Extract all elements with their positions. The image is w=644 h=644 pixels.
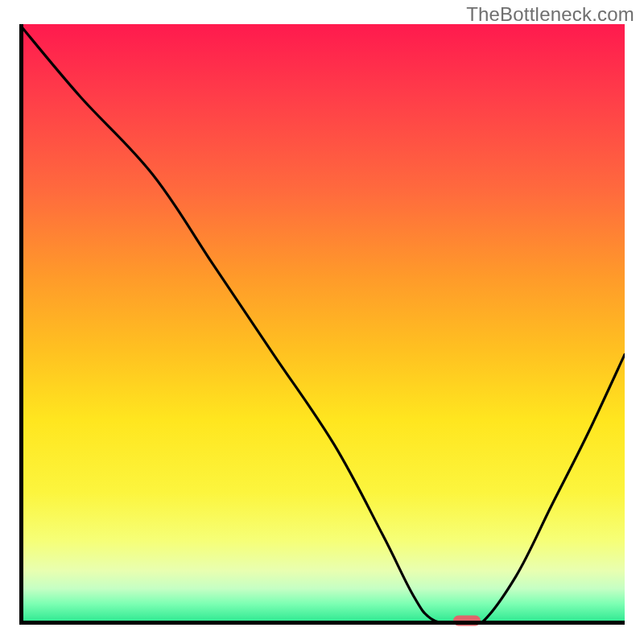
chart-frame: TheBottleneck.com — [0, 0, 644, 644]
watermark-text: TheBottleneck.com — [466, 3, 634, 26]
bottleneck-marker — [453, 616, 481, 626]
curve-layer — [19, 24, 625, 625]
plot-area — [19, 24, 625, 625]
bottleneck-curve — [19, 24, 625, 625]
